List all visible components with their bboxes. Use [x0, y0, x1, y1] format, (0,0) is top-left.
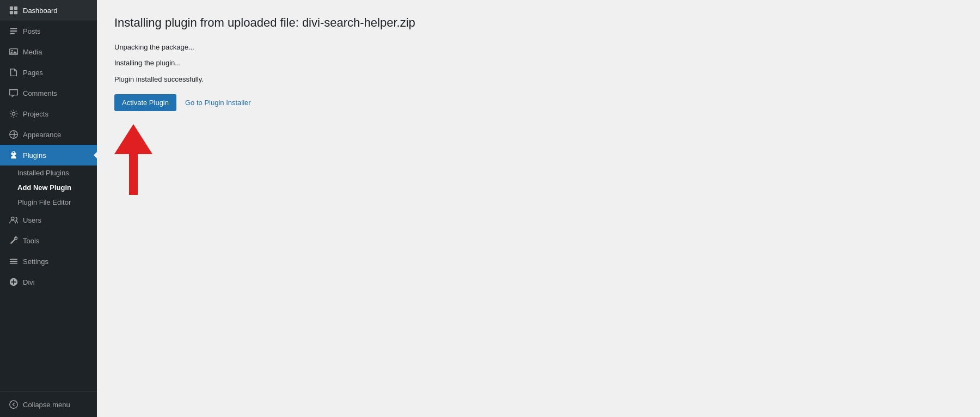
sidebar-item-dashboard-label: Dashboard — [23, 7, 58, 15]
pages-icon — [9, 68, 19, 77]
status-success: Plugin installed successfully. — [114, 74, 963, 85]
sidebar-item-tools[interactable]: Tools — [0, 230, 97, 251]
arrow-container — [114, 124, 963, 195]
sidebar-item-pages[interactable]: Pages — [0, 62, 97, 83]
svg-point-6 — [12, 112, 15, 115]
sidebar-item-comments[interactable]: Comments — [0, 83, 97, 103]
svg-rect-4 — [10, 49, 17, 55]
main-content: Installing plugin from uploaded file: di… — [97, 0, 980, 417]
svg-rect-2 — [10, 11, 13, 14]
sidebar-item-divi[interactable]: Divi — [0, 272, 97, 292]
projects-icon — [9, 109, 19, 119]
sidebar-subitem-add-new-plugin[interactable]: Add New Plugin — [0, 180, 97, 195]
svg-rect-3 — [14, 11, 17, 14]
sidebar-item-divi-label: Divi — [23, 278, 35, 286]
svg-rect-9 — [10, 261, 17, 262]
status-unpack: Unpacking the package... — [114, 42, 963, 53]
activate-plugin-button[interactable]: Activate Plugin — [114, 94, 176, 111]
appearance-icon — [9, 130, 19, 139]
page-title: Installing plugin from uploaded file: di… — [114, 15, 963, 31]
plugins-submenu: Installed Plugins Add New Plugin Plugin … — [0, 165, 97, 210]
sidebar-subitem-installed-plugins[interactable]: Installed Plugins — [0, 165, 97, 180]
svg-rect-10 — [10, 263, 17, 264]
action-area: Activate Plugin Go to Plugin Installer — [114, 94, 963, 111]
status-install: Installing the plugin... — [114, 58, 963, 69]
sidebar-item-media-label: Media — [23, 48, 42, 56]
dashboard-icon — [9, 5, 19, 15]
sidebar-item-media[interactable]: Media — [0, 41, 97, 62]
sidebar-item-posts[interactable]: Posts — [0, 21, 97, 41]
svg-point-7 — [11, 217, 14, 220]
sidebar-item-appearance-label: Appearance — [23, 131, 61, 139]
svg-marker-14 — [114, 124, 152, 154]
active-indicator — [94, 151, 97, 160]
red-arrow-icon — [114, 124, 152, 195]
collapse-menu-button[interactable]: Collapse menu — [0, 391, 97, 417]
sidebar-item-posts-label: Posts — [23, 27, 41, 35]
media-icon — [9, 47, 19, 57]
collapse-icon — [9, 400, 19, 409]
svg-rect-8 — [10, 259, 17, 260]
sidebar-item-settings-label: Settings — [23, 257, 48, 266]
tools-icon — [9, 236, 19, 246]
posts-icon — [9, 26, 19, 36]
sidebar-item-users[interactable]: Users — [0, 210, 97, 230]
sidebar-item-tools-label: Tools — [23, 237, 39, 245]
sidebar-item-appearance[interactable]: Appearance — [0, 124, 97, 145]
users-icon — [9, 215, 19, 225]
svg-point-12 — [10, 401, 17, 408]
go-to-installer-link[interactable]: Go to Plugin Installer — [185, 99, 251, 107]
sidebar-item-pages-label: Pages — [23, 69, 43, 77]
sidebar-item-comments-label: Comments — [23, 89, 57, 97]
svg-rect-1 — [14, 7, 17, 10]
sidebar-item-projects[interactable]: Projects — [0, 103, 97, 124]
svg-point-5 — [11, 50, 13, 52]
sidebar-item-dashboard[interactable]: Dashboard — [0, 0, 97, 21]
collapse-menu-label: Collapse menu — [23, 401, 70, 409]
svg-rect-0 — [10, 7, 13, 10]
sidebar-item-settings[interactable]: Settings — [0, 251, 97, 272]
sidebar-item-plugins[interactable]: Plugins — [0, 145, 97, 165]
divi-icon — [9, 277, 19, 287]
plugins-icon — [9, 150, 19, 160]
sidebar-item-projects-label: Projects — [23, 110, 48, 118]
settings-icon — [9, 256, 19, 266]
sidebar-item-plugins-label: Plugins — [23, 151, 46, 160]
comments-icon — [9, 88, 19, 98]
svg-rect-13 — [129, 151, 138, 195]
sidebar: Dashboard Posts Media Pages Comments — [0, 0, 97, 417]
sidebar-subitem-plugin-file-editor[interactable]: Plugin File Editor — [0, 195, 97, 210]
sidebar-item-users-label: Users — [23, 216, 41, 224]
